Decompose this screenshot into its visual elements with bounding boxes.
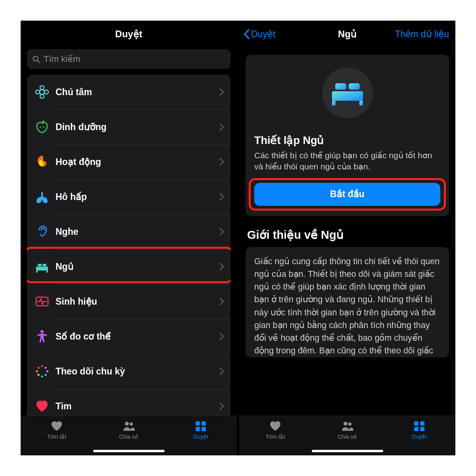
- cycle-icon: [32, 363, 52, 379]
- chevron-right-icon: [219, 263, 224, 271]
- start-button[interactable]: Bắt đầu: [254, 183, 440, 206]
- svg-point-17: [44, 367, 46, 369]
- vitals-icon: [32, 294, 52, 309]
- svg-point-2: [40, 90, 44, 94]
- svg-point-36: [348, 422, 351, 426]
- svg-rect-29: [202, 427, 206, 431]
- svg-point-15: [40, 330, 44, 333]
- back-button[interactable]: Duyệt: [243, 21, 275, 48]
- svg-point-21: [37, 374, 39, 376]
- setup-card: Thiết lập Ngủ Các thiết bị có thể giúp b…: [246, 55, 449, 216]
- svg-point-23: [37, 367, 39, 369]
- tab-label: Tóm tắt: [266, 434, 285, 440]
- tab-browse[interactable]: Duyệt: [383, 416, 455, 455]
- svg-point-16: [41, 365, 43, 367]
- svg-rect-26: [196, 421, 200, 426]
- tab-summary[interactable]: Tóm tắt: [239, 416, 311, 455]
- svg-rect-12: [38, 264, 42, 266]
- svg-rect-13: [42, 264, 46, 266]
- people-icon: [122, 420, 136, 432]
- back-label: Duyệt: [251, 29, 275, 40]
- tab-label: Tóm tắt: [47, 434, 67, 440]
- category-label: Nghe: [52, 226, 219, 237]
- category-list: Chú tâm Dinh dưỡng Hoạt động: [27, 75, 230, 424]
- body-icon: [32, 328, 52, 344]
- heart-fill-icon: [50, 420, 63, 432]
- category-body[interactable]: Số đo cơ thể: [27, 319, 230, 354]
- chevron-right-icon: [219, 228, 224, 236]
- mindfulness-icon: [32, 84, 52, 100]
- about-body: Giấc ngủ cung cấp thông tin chi tiết về …: [254, 255, 440, 357]
- tabbar: Tóm tắt Chia sẻ Duyệt: [239, 416, 455, 455]
- svg-point-18: [46, 370, 48, 372]
- activity-icon: [32, 154, 52, 170]
- tab-label: Chia sẻ: [338, 434, 357, 440]
- search-icon: [32, 55, 40, 63]
- chevron-right-icon: [219, 123, 224, 131]
- category-mindfulness[interactable]: Chú tâm: [27, 75, 230, 109]
- category-label: Chú tâm: [52, 87, 219, 98]
- svg-point-6: [44, 90, 48, 94]
- start-label: Bắt đầu: [330, 189, 365, 200]
- tab-browse[interactable]: Duyệt: [165, 416, 237, 455]
- category-label: Theo dõi chu kỳ: [52, 366, 219, 377]
- svg-rect-31: [332, 101, 336, 106]
- tab-label: Duyệt: [412, 434, 427, 440]
- svg-point-25: [129, 422, 132, 426]
- page-title: Ngủ: [338, 29, 357, 40]
- category-cycle[interactable]: Theo dõi chu kỳ: [27, 354, 230, 389]
- chevron-left-icon: [243, 29, 250, 40]
- tabbar: Tóm tắt Chia sẻ Duyệt: [21, 416, 237, 455]
- svg-rect-39: [414, 427, 418, 431]
- tab-summary[interactable]: Tóm tắt: [21, 416, 93, 455]
- svg-line-1: [37, 60, 39, 62]
- category-vitals[interactable]: Sinh hiệu: [27, 284, 230, 319]
- chevron-right-icon: [219, 332, 224, 340]
- chevron-right-icon: [219, 402, 224, 410]
- search-input[interactable]: Tìm kiếm: [27, 49, 230, 69]
- tab-label: Chia sẻ: [119, 434, 138, 440]
- sleep-hero-icon: [322, 67, 373, 118]
- category-label: Dinh dưỡng: [52, 122, 219, 132]
- svg-point-19: [44, 374, 46, 376]
- home-indicator[interactable]: [312, 450, 383, 452]
- hearing-icon: [32, 224, 52, 240]
- page-title: Duyệt: [115, 29, 142, 40]
- chevron-right-icon: [219, 298, 224, 305]
- category-label: Sinh hiệu: [52, 296, 219, 307]
- chevron-right-icon: [219, 158, 224, 166]
- svg-rect-30: [332, 91, 363, 101]
- category-sleep[interactable]: Ngủ: [27, 249, 230, 284]
- svg-point-24: [125, 422, 129, 426]
- category-nutrition[interactable]: Dinh dưỡng: [27, 109, 230, 144]
- respiratory-icon: [32, 189, 52, 205]
- svg-rect-37: [414, 421, 418, 426]
- people-icon: [341, 420, 354, 432]
- svg-point-5: [36, 90, 40, 94]
- category-activity[interactable]: Hoạt động: [27, 144, 230, 179]
- sleep-icon: [32, 259, 52, 274]
- svg-rect-10: [36, 271, 38, 273]
- svg-rect-38: [420, 421, 424, 426]
- navbar: Duyệt Ngủ Thêm dữ liệu: [239, 21, 455, 48]
- setup-description: Các thiết bị có thể giúp bạn có giấc ngủ…: [254, 150, 440, 173]
- category-label: Số đo cơ thể: [52, 331, 219, 342]
- svg-rect-28: [196, 427, 200, 431]
- category-respiratory[interactable]: Hô hấp: [27, 179, 230, 214]
- add-data-button[interactable]: Thêm dữ liệu: [395, 21, 449, 48]
- svg-point-7: [40, 126, 41, 128]
- navbar: Duyệt: [21, 21, 237, 48]
- svg-rect-33: [335, 83, 346, 90]
- chevron-right-icon: [219, 367, 224, 375]
- about-card: Giấc ngủ cung cấp thông tin chi tiết về …: [246, 247, 449, 357]
- add-data-label: Thêm dữ liệu: [395, 29, 449, 40]
- chevron-right-icon: [219, 88, 224, 96]
- svg-point-3: [40, 86, 44, 90]
- svg-rect-9: [36, 267, 48, 271]
- svg-point-22: [36, 370, 38, 372]
- svg-rect-27: [202, 421, 206, 426]
- svg-rect-40: [420, 427, 424, 431]
- category-hearing[interactable]: Nghe: [27, 214, 230, 249]
- about-title: Giới thiệu về Ngủ: [247, 228, 447, 242]
- home-indicator[interactable]: [93, 450, 165, 452]
